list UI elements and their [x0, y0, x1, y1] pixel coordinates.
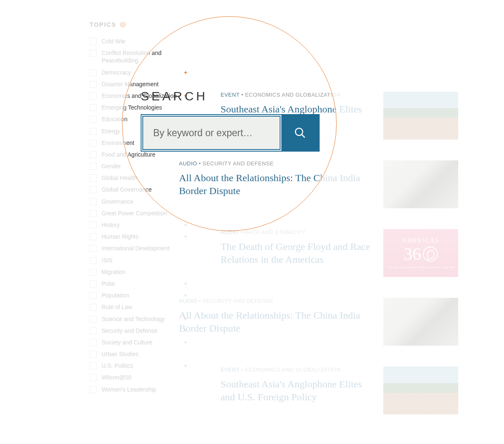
topic-label: Global Governance — [102, 186, 152, 193]
search-label: SEARCH — [141, 89, 320, 103]
result-card[interactable]: AUDIO•SECURITY AND DEFENSEAll About the … — [179, 298, 458, 346]
expand-icon[interactable]: + — [184, 339, 187, 346]
result-meta: EVENT•ECONOMICS AND GLOBALIZATION — [221, 367, 375, 373]
expand-icon[interactable]: + — [184, 316, 187, 322]
topic-checkbox[interactable] — [89, 316, 97, 323]
topic-checkbox[interactable] — [89, 38, 97, 45]
topic-checkbox[interactable] — [89, 140, 97, 147]
result-topic: RACE AND ETHNICITY — [244, 229, 306, 235]
topic-row[interactable]: Urban Studies — [89, 348, 187, 360]
topic-checkbox[interactable] — [89, 128, 97, 135]
topic-label: Education — [102, 115, 127, 123]
result-title[interactable]: Southeast Asia's Anglophone Elites and U… — [221, 378, 375, 404]
topic-checkbox[interactable] — [89, 269, 97, 276]
expand-icon[interactable]: + — [184, 292, 187, 299]
topic-checkbox[interactable] — [89, 304, 97, 311]
topic-checkbox[interactable] — [89, 163, 97, 170]
topic-row[interactable]: Cold War — [89, 35, 187, 47]
topic-checkbox[interactable] — [89, 374, 97, 381]
topic-label: U.S. Politics — [102, 362, 133, 369]
topics-count-badge: 0 — [120, 22, 126, 27]
topic-checkbox[interactable] — [89, 327, 97, 334]
result-card[interactable]: AUDIO•SECURITY AND DEFENSEAll About the … — [179, 160, 458, 208]
topic-checkbox[interactable] — [89, 50, 97, 57]
result-title[interactable]: The Death of George Floyd and Race Relat… — [221, 240, 375, 266]
topic-checkbox[interactable] — [89, 81, 97, 88]
result-thumbnail[interactable] — [383, 92, 458, 140]
topic-label: Cold War — [102, 37, 126, 45]
topic-label: Science and Technology — [102, 315, 165, 323]
topic-checkbox[interactable] — [89, 292, 97, 299]
topic-checkbox[interactable] — [89, 151, 97, 158]
topic-checkbox[interactable] — [89, 222, 97, 229]
topic-row[interactable]: Science and Technology+ — [89, 313, 187, 325]
topic-checkbox[interactable] — [89, 104, 97, 111]
topic-row[interactable]: Democracy+ — [89, 67, 187, 78]
expand-icon[interactable]: + — [184, 362, 187, 369]
topic-label: Global Health — [102, 174, 137, 182]
topic-label: Food and Agriculture — [102, 151, 155, 158]
result-title[interactable]: All About the Relationships: The China I… — [179, 172, 375, 197]
topic-checkbox[interactable] — [89, 175, 97, 182]
topic-row[interactable]: Human Rights+ — [89, 231, 187, 242]
result-thumbnail[interactable] — [383, 298, 458, 346]
result-thumbnail[interactable] — [383, 367, 458, 414]
topic-checkbox[interactable] — [89, 351, 97, 358]
result-thumbnail[interactable] — [383, 160, 458, 208]
result-body: AUDIO•RACE AND ETHNICITYThe Death of Geo… — [221, 229, 375, 277]
topic-checkbox[interactable] — [89, 257, 97, 264]
result-card[interactable]: EVENT•ECONOMICS AND GLOBALIZATIONSouthea… — [221, 367, 458, 414]
expand-icon[interactable]: + — [184, 233, 187, 240]
topic-checkbox[interactable] — [89, 233, 97, 240]
topic-row[interactable]: Disaster Management — [89, 78, 187, 90]
topic-checkbox[interactable] — [89, 362, 97, 369]
topic-row[interactable]: Population+ — [89, 289, 187, 301]
topic-checkbox[interactable] — [89, 198, 97, 205]
topic-checkbox[interactable] — [89, 92, 97, 100]
topic-row[interactable]: Great Power Competition — [89, 207, 187, 219]
topic-row[interactable]: U.S. Politics+ — [89, 360, 187, 372]
topics-header: TOPICS 0 — [89, 21, 187, 28]
result-thumbnail[interactable]: AMERICAS36A PODCAST FROM THE WILSON CENT… — [383, 229, 458, 277]
topic-row[interactable]: ISIS — [89, 254, 187, 266]
topic-row[interactable]: Rule of Law — [89, 301, 187, 313]
topic-checkbox[interactable] — [89, 210, 97, 217]
topic-row[interactable]: Security and Defense+ — [89, 325, 187, 337]
topic-row[interactable]: Conflict Resolution and Peacebuilding — [89, 47, 187, 66]
topic-row[interactable]: International Development — [89, 242, 187, 254]
result-card[interactable]: AUDIO•RACE AND ETHNICITYThe Death of Geo… — [221, 229, 458, 277]
topic-checkbox[interactable] — [89, 116, 97, 123]
search-input[interactable] — [153, 127, 270, 139]
topic-checkbox[interactable] — [89, 339, 97, 346]
result-topic: SECURITY AND DEFENSE — [203, 160, 274, 167]
topic-label: Governance — [102, 198, 133, 205]
topic-label: Migration — [102, 268, 126, 276]
result-meta: AUDIO•SECURITY AND DEFENSE — [179, 160, 375, 167]
topic-checkbox[interactable] — [89, 69, 97, 76]
topic-label: Great Power Competition — [102, 210, 167, 217]
topic-row[interactable]: Governance — [89, 196, 187, 207]
expand-icon[interactable]: + — [184, 280, 187, 287]
result-type: AUDIO — [221, 229, 239, 235]
result-title[interactable]: All About the Relationships: The China I… — [179, 309, 375, 335]
topic-checkbox[interactable] — [89, 245, 97, 252]
topic-checkbox[interactable] — [89, 186, 97, 193]
results-main: EVENT•ECONOMICS AND GLOBALIZATIONSouthea… — [187, 21, 458, 435]
expand-icon[interactable]: + — [184, 69, 187, 76]
topic-row[interactable]: History+ — [89, 219, 187, 231]
topic-row[interactable]: Global Governance — [89, 184, 187, 195]
topic-checkbox[interactable] — [89, 280, 97, 287]
topic-row[interactable]: Global Health — [89, 172, 187, 184]
topic-row[interactable]: Migration — [89, 266, 187, 278]
expand-icon[interactable]: + — [184, 327, 187, 334]
svg-line-1 — [302, 135, 305, 138]
topic-row[interactable]: Wilson@50 — [89, 372, 187, 383]
search-button[interactable] — [281, 115, 319, 151]
expand-icon[interactable]: + — [184, 222, 187, 228]
topic-row[interactable]: Society and Culture+ — [89, 337, 187, 348]
topic-checkbox[interactable] — [89, 386, 97, 393]
topic-label: Urban Studies — [102, 350, 139, 358]
topic-row[interactable]: Gender — [89, 160, 187, 172]
topic-row[interactable]: Polar+ — [89, 278, 187, 289]
topic-row[interactable]: Women's Leadership — [89, 384, 187, 395]
